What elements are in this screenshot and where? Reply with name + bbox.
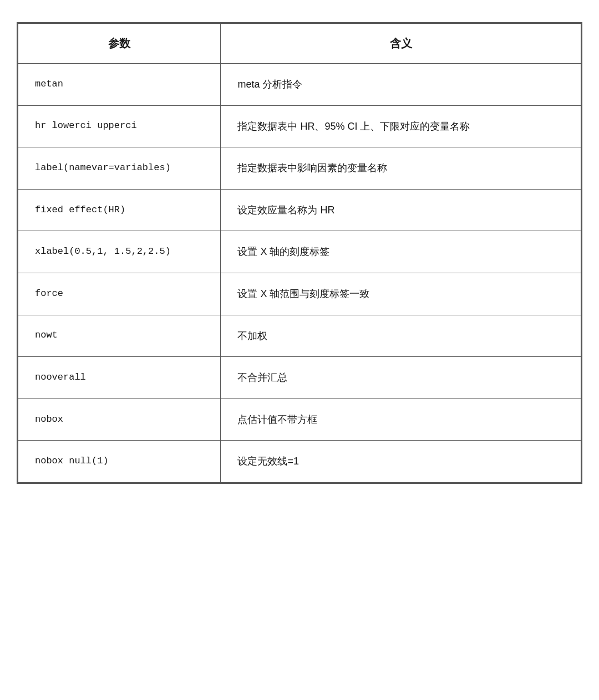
meaning-cell: 设定无效线=1 — [221, 441, 581, 483]
meaning-cell: 设置 X 轴的刻度标签 — [221, 231, 581, 273]
param-cell: label(namevar=variables) — [18, 147, 221, 190]
param-cell: nowt — [18, 315, 221, 357]
table-row: fixed effect(HR)设定效应量名称为 HR — [18, 189, 581, 231]
param-cell: nobox — [18, 398, 221, 441]
table-row: nobox点估计值不带方框 — [18, 398, 581, 441]
table-row: nobox null(1)设定无效线=1 — [18, 441, 581, 483]
table-row: metanmeta 分析指令 — [18, 64, 581, 106]
meaning-cell: 设置 X 轴范围与刻度标签一致 — [221, 273, 581, 315]
table-row: xlabel(0.5,1, 1.5,2,2.5)设置 X 轴的刻度标签 — [18, 231, 581, 273]
param-cell: hr lowerci upperci — [18, 105, 221, 147]
meaning-cell: 指定数据表中影响因素的变量名称 — [221, 147, 581, 190]
meaning-cell: 不合并汇总 — [221, 357, 581, 399]
column-header-meaning: 含义 — [221, 24, 581, 64]
param-cell: xlabel(0.5,1, 1.5,2,2.5) — [18, 231, 221, 273]
table-row: nowt不加权 — [18, 315, 581, 357]
table-row: hr lowerci upperci指定数据表中 HR、95% CI 上、下限对… — [18, 105, 581, 147]
param-cell: force — [18, 273, 221, 315]
meaning-cell: 指定数据表中 HR、95% CI 上、下限对应的变量名称 — [221, 105, 581, 147]
meaning-cell: meta 分析指令 — [221, 64, 581, 106]
table-row: label(namevar=variables)指定数据表中影响因素的变量名称 — [18, 147, 581, 190]
meaning-cell: 设定效应量名称为 HR — [221, 189, 581, 231]
column-header-param: 参数 — [18, 24, 221, 64]
meaning-cell: 点估计值不带方框 — [221, 398, 581, 441]
table-row: force设置 X 轴范围与刻度标签一致 — [18, 273, 581, 315]
main-table: 参数 含义 metanmeta 分析指令hr lowerci upperci指定… — [17, 22, 582, 484]
param-cell: nooverall — [18, 357, 221, 399]
meaning-cell: 不加权 — [221, 315, 581, 357]
table-row: nooverall不合并汇总 — [18, 357, 581, 399]
param-cell: nobox null(1) — [18, 441, 221, 483]
param-cell: fixed effect(HR) — [18, 189, 221, 231]
param-cell: metan — [18, 64, 221, 106]
